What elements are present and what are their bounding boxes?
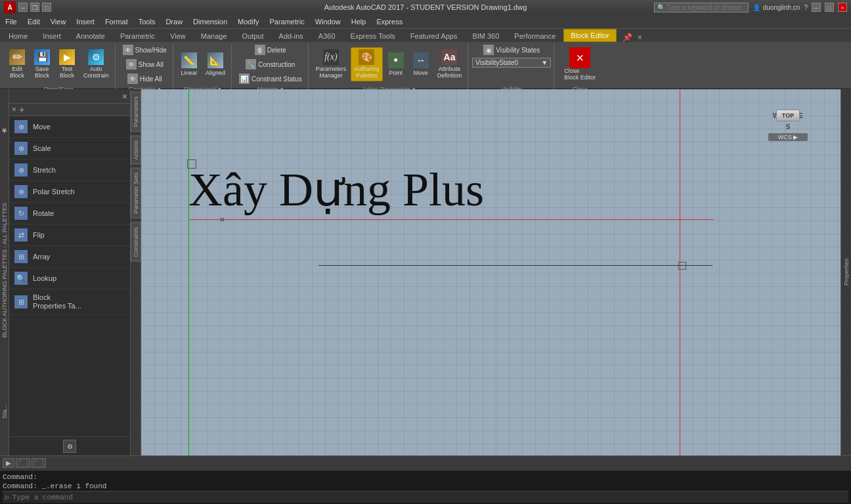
drawing-text: Xây Dựng Plus [188, 161, 484, 217]
tab-output[interactable]: Output [235, 29, 271, 42]
palette-item-polar-stretch[interactable]: ⊕ Polar Stretch [9, 181, 130, 203]
linear-button[interactable]: 📏 Linear [177, 51, 201, 78]
menu-insert[interactable]: Insert [71, 14, 100, 28]
min-button[interactable]: ─ [18, 3, 28, 12]
window-close[interactable]: × [838, 3, 847, 12]
toolbar-btn-3[interactable]: ⬛ [32, 458, 46, 468]
restore-button[interactable]: ❐ [30, 3, 39, 12]
show-all-button[interactable]: 👁 Show All [123, 58, 167, 71]
tab-a360[interactable]: A360 [311, 29, 343, 42]
menu-window[interactable]: Window [310, 14, 346, 28]
tab-annotate[interactable]: Annotate [69, 29, 112, 42]
palette-tab-bar: × + [9, 104, 130, 116]
palette-item-scale[interactable]: ⊕ Scale [9, 138, 130, 159]
canvas-area[interactable]: Xây Dựng Plus × N S W E TOP WCS ▶ [141, 89, 840, 455]
menu-file[interactable]: File [0, 14, 22, 28]
block-authoring-label[interactable]: BLOCK AUTHORING PALETTES - ALL PALETTES [0, 200, 9, 340]
window-max[interactable]: □ [825, 3, 834, 12]
tab-bim360[interactable]: BIM 360 [465, 29, 506, 42]
palette-item-array[interactable]: ⊞ Array [9, 246, 130, 268]
tab-featured-apps[interactable]: Featured Apps [403, 29, 465, 42]
command-input-line[interactable]: ▷ [3, 491, 848, 503]
palette-add-tab[interactable]: + [19, 104, 24, 115]
palette-item-lookup[interactable]: 🔍 Lookup [9, 268, 130, 289]
parameters-manager-button[interactable]: f(x) ParametersManager [313, 47, 350, 81]
save-block-button[interactable]: 💾 SaveBlock [30, 47, 54, 81]
tab-insert[interactable]: Insert [35, 29, 68, 42]
close-block-editor-button[interactable]: × CloseBlock Editor [558, 45, 601, 83]
manage-buttons: 🗑 Delete 🔧 Construction 📊 Constraint Sta… [236, 43, 305, 85]
menu-help[interactable]: Help [346, 14, 372, 28]
palette-settings-icon[interactable]: ⚙ [63, 440, 76, 453]
horizontal-line [318, 265, 712, 266]
delete-button[interactable]: 🗑 Delete [251, 43, 290, 56]
authoring-palettes-button[interactable]: 🎨 AuthoringPalettes [351, 47, 383, 81]
command-input[interactable] [12, 494, 846, 501]
move-button[interactable]: ↔ Move [409, 51, 433, 78]
constraint-status-button[interactable]: 📊 Constraint Status [236, 72, 305, 85]
delete-icon: 🗑 [255, 45, 265, 55]
help-button[interactable]: ? [804, 4, 808, 11]
palette-header: × [9, 89, 130, 104]
hide-all-button[interactable]: 👁 Hide All [124, 72, 165, 85]
toolbar-btn-2[interactable]: ⬛ [16, 458, 30, 468]
visibility-dropdown[interactable]: VisibilityState0 ▼ [472, 58, 551, 68]
tab-performance[interactable]: Performance [507, 29, 563, 42]
menu-edit[interactable]: Edit [22, 14, 45, 28]
palette-x-button[interactable]: × [12, 105, 16, 114]
aligned-button[interactable]: 📐 Aligned [202, 51, 229, 78]
menu-draw[interactable]: Draw [160, 14, 188, 28]
auto-constrain-button[interactable]: ⚙ AutoConstrain [80, 47, 112, 81]
tab-block-editor[interactable]: Block Editor [563, 29, 617, 42]
menu-view[interactable]: View [45, 14, 72, 28]
visibility-states-button[interactable]: ◉ Visibility States [480, 43, 543, 56]
bottom-toolbar: ▶ ⬛ ⬛ [0, 455, 851, 470]
ribbon-group-dimensional: 📏 Linear 📐 Aligned Dimensional ▾ [175, 43, 232, 93]
palette-item-flip[interactable]: ⇄ Flip [9, 224, 130, 246]
authoring-palettes-icon: 🎨 [359, 49, 374, 65]
palette-item-move[interactable]: ⊕ Move [9, 116, 130, 138]
palette-item-rotate[interactable]: ↻ Rotate [9, 203, 130, 224]
side-tab-constraints[interactable]: Constraints [131, 222, 141, 262]
tab-express-tools[interactable]: Express Tools [343, 29, 403, 42]
menu-tools[interactable]: Tools [133, 14, 161, 28]
palette-item-block-props[interactable]: ⊞ BlockProperties Ta... [9, 289, 130, 315]
max-button[interactable]: □ [42, 3, 51, 12]
side-tab-parameter-sets[interactable]: Parameter Sets [131, 168, 141, 219]
sta-label[interactable]: Sta... [0, 402, 9, 421]
tab-home[interactable]: Home [1, 29, 35, 42]
main-area: ★ BLOCK AUTHORING PALETTES - ALL PALETTE… [0, 89, 851, 455]
menu-parametric[interactable]: Parametric [264, 14, 309, 28]
tab-view[interactable]: View [163, 29, 193, 42]
properties-label[interactable]: Properties [842, 256, 851, 288]
toolbar-btn-1[interactable]: ▶ [3, 458, 14, 468]
tab-addins[interactable]: Add-ins [272, 29, 311, 42]
menu-modify[interactable]: Modify [232, 14, 264, 28]
tab-close[interactable]: × [635, 33, 645, 42]
tab-manage[interactable]: Manage [194, 29, 234, 42]
app-logo: A [4, 1, 16, 13]
tab-parametric[interactable]: Parametric [113, 29, 162, 42]
menu-format[interactable]: Format [100, 14, 133, 28]
palette-controls: × [122, 91, 127, 102]
construction-button[interactable]: 🔧 Construction [242, 58, 298, 71]
search-box[interactable]: 🔍 [654, 3, 749, 12]
menu-dimension[interactable]: Dimension [188, 14, 232, 28]
test-block-button[interactable]: ▶ TestBlock [55, 47, 79, 81]
side-tab-parameters[interactable]: Parameters [131, 92, 141, 132]
search-input[interactable] [666, 4, 745, 11]
red-line-vertical [680, 89, 680, 455]
attribute-definition-button[interactable]: Aa AttributeDefinition [434, 47, 466, 81]
compass-top-button[interactable]: TOP [776, 110, 800, 121]
show-hide-button[interactable]: 👁 Show/Hide [120, 43, 170, 56]
command-prompt-2: Command: _.erase 1 found [3, 482, 106, 490]
window-min[interactable]: ─ [812, 3, 821, 12]
edit-block-button[interactable]: ✏ EditBlock [5, 47, 29, 81]
tab-pin[interactable]: 📌 [620, 33, 635, 42]
palette-close-icon[interactable]: × [122, 91, 127, 102]
menu-express[interactable]: Express [371, 14, 408, 28]
side-tab-actions[interactable]: Actions [131, 136, 141, 165]
ribbon-group-manage: 🗑 Delete 🔧 Construction 📊 Constraint Sta… [233, 43, 309, 93]
point-button[interactable]: • Point [384, 51, 408, 78]
palette-item-stretch[interactable]: ⊕ Stretch [9, 159, 130, 181]
